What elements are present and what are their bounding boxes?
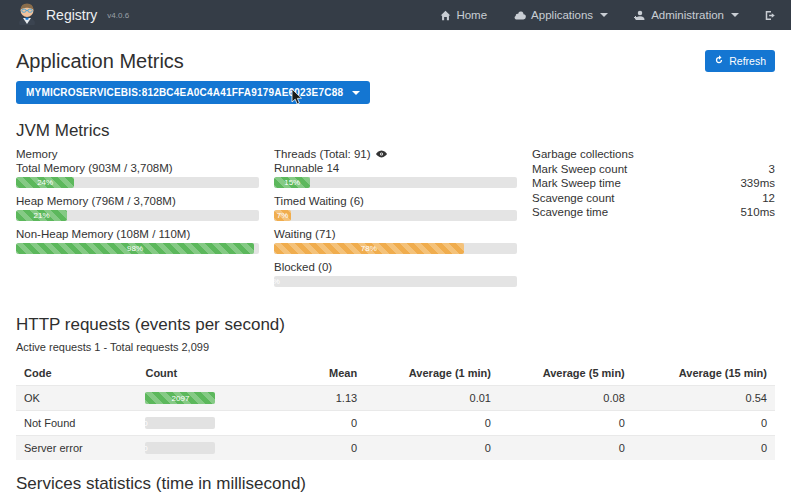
app-version: v4.0.6 — [107, 11, 129, 20]
gc-value: 339ms — [740, 177, 775, 189]
gc-row: Scavenge time 510ms — [532, 206, 775, 218]
timed-waiting-metric: Timed Waiting (6) 7% — [274, 195, 517, 221]
sign-out-icon — [765, 10, 777, 21]
http-code: Not Found — [16, 411, 137, 436]
table-row-ok: OK 2097 1.13 0.01 0.08 0.54 — [16, 386, 775, 411]
memory-heading: Memory — [16, 148, 259, 160]
gc-row: Mark Sweep count 3 — [532, 163, 775, 175]
gc-row: Scavenge count 12 — [532, 192, 775, 204]
gc-value: 510ms — [740, 206, 775, 218]
nav-administration[interactable]: Administration — [634, 9, 739, 21]
jvm-metrics-heading: JVM Metrics — [16, 121, 775, 141]
app-title: Registry — [46, 7, 97, 23]
chevron-down-icon — [352, 91, 360, 95]
threads-column: Threads (Total: 91) Runnable 14 15% Time… — [274, 148, 517, 294]
gc-row: Mark Sweep time 339ms — [532, 177, 775, 189]
waiting-progress-bar: 78% — [274, 243, 517, 254]
refresh-icon — [714, 55, 724, 67]
gc-column: Garbage collections Mark Sweep count 3 M… — [532, 148, 775, 294]
timed-waiting-progress-bar: 7% — [274, 210, 517, 221]
waiting-metric: Waiting (71) 78% — [274, 228, 517, 254]
runnable-progress-bar: 15% — [274, 177, 517, 188]
jhipster-avatar-logo — [16, 1, 38, 29]
eye-icon[interactable] — [376, 148, 387, 160]
gc-value: 12 — [762, 192, 775, 204]
services-statistics-heading: Services statistics (time in millisecond… — [16, 474, 775, 494]
http-table-header-row: Code Count Mean Average (1 min) Average … — [16, 361, 775, 386]
gc-value: 3 — [769, 163, 775, 175]
blocked-progress-bar: 0% — [274, 276, 517, 287]
memory-column: Memory Total Memory (903M / 3,708M) 24% … — [16, 148, 259, 294]
count-bar: 0 — [145, 417, 215, 429]
cloud-icon — [513, 10, 526, 20]
heap-memory-metric: Heap Memory (796M / 3,708M) 21% — [16, 195, 259, 221]
nav-home[interactable]: Home — [440, 9, 487, 21]
chevron-down-icon — [600, 13, 608, 17]
http-code: Server error — [16, 436, 137, 461]
table-row-server-error: Server error 0 0 0 0 0 — [16, 436, 775, 461]
user-plus-icon — [634, 10, 646, 21]
table-row-not-found: Not Found 0 0 0 0 0 — [16, 411, 775, 436]
http-requests-table: Code Count Mean Average (1 min) Average … — [16, 361, 775, 460]
nav-applications[interactable]: Applications — [513, 9, 608, 21]
total-memory-metric: Total Memory (903M / 3,708M) 24% — [16, 162, 259, 188]
runnable-metric: Runnable 14 15% — [274, 162, 517, 188]
threads-heading: Threads (Total: 91) — [274, 148, 517, 160]
heap-memory-progress-bar: 21% — [16, 210, 259, 221]
chevron-down-icon — [731, 13, 739, 17]
http-requests-heading: HTTP requests (events per second) — [16, 315, 775, 335]
nonheap-memory-metric: Non-Heap Memory (108M / 110M) 98% — [16, 228, 259, 254]
gc-heading: Garbage collections — [532, 148, 775, 160]
nonheap-memory-progress-bar: 98% — [16, 243, 259, 254]
brand[interactable]: Registry v4.0.6 — [16, 1, 129, 29]
page-title: Application Metrics — [16, 50, 184, 73]
http-code: OK — [16, 386, 137, 411]
count-bar: 0 — [145, 442, 215, 454]
home-icon — [440, 10, 451, 21]
count-bar: 2097 — [145, 392, 215, 404]
refresh-button[interactable]: Refresh — [705, 50, 775, 72]
top-navbar: Registry v4.0.6 Home Applications Admini… — [0, 0, 791, 30]
sign-out-button[interactable] — [765, 10, 777, 21]
blocked-metric: Blocked (0) 0% — [274, 261, 517, 287]
instance-selector-dropdown[interactable]: MYMICROSERVICEBIS:812BC4EA0C4A41FFA9179A… — [16, 81, 370, 104]
total-memory-progress-bar: 24% — [16, 177, 259, 188]
http-requests-summary: Active requests 1 - Total requests 2,099 — [16, 341, 775, 353]
